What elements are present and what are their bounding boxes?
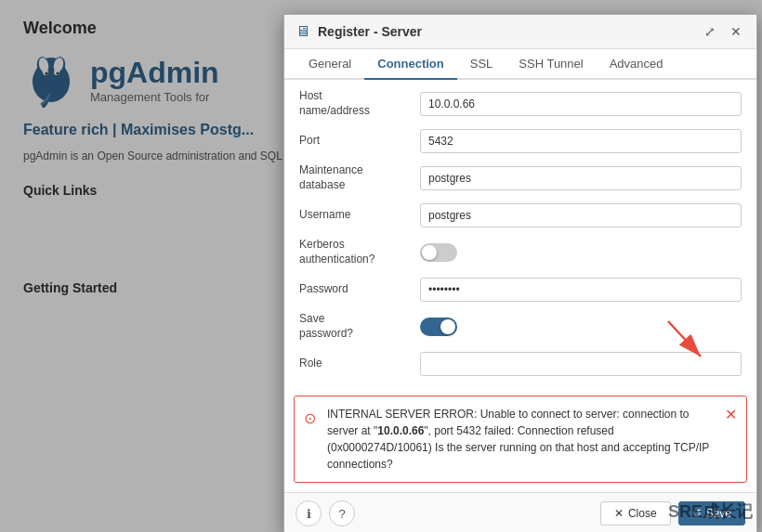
username-label: Username	[299, 208, 420, 223]
save-password-label: Savepassword?	[299, 312, 420, 341]
tab-advanced[interactable]: Advanced	[597, 49, 677, 80]
tab-ssh-tunnel[interactable]: SSH Tunnel	[506, 49, 596, 80]
username-input[interactable]	[420, 203, 742, 227]
host-input[interactable]	[420, 92, 742, 116]
svg-line-30	[668, 321, 701, 357]
arrow-annotation	[659, 312, 715, 370]
modal-controls: ⤢ ✕	[701, 22, 745, 41]
modal-title: Register - Server	[318, 24, 422, 39]
port-input[interactable]	[420, 129, 742, 153]
role-label: Role	[299, 357, 420, 371]
close-dialog-label: Close	[628, 507, 657, 520]
maximize-button[interactable]: ⤢	[701, 22, 719, 41]
tab-connection[interactable]: Connection	[364, 49, 457, 80]
password-label: Password	[299, 282, 420, 297]
save-password-toggle[interactable]	[420, 318, 457, 336]
register-server-dialog: 🖥 Register - Server ⤢ ✕ General Connecti…	[283, 14, 757, 532]
kerberos-label: Kerberosauthentication?	[299, 238, 420, 266]
arrow-svg	[659, 312, 715, 368]
port-label: Port	[299, 134, 420, 149]
error-close-button[interactable]: ✕	[725, 406, 737, 423]
info-button[interactable]: ℹ	[296, 500, 322, 526]
maintenance-db-row: Maintenancedatabase	[299, 163, 742, 193]
maintenance-db-input[interactable]	[420, 166, 742, 190]
error-text: INTERNAL SERVER ERROR: Unable to connect…	[327, 406, 714, 473]
error-banner: ⊙ INTERNAL SERVER ERROR: Unable to conne…	[294, 396, 747, 483]
username-row: Username	[299, 201, 742, 230]
password-row: Password	[299, 275, 742, 305]
modal-title-left: 🖥 Register - Server	[296, 23, 422, 40]
close-x-icon: ✕	[614, 507, 624, 520]
tab-ssl[interactable]: SSL	[457, 49, 506, 80]
port-field-row: Port	[299, 126, 742, 156]
server-icon: 🖥	[296, 23, 310, 40]
kerberos-toggle[interactable]	[420, 243, 457, 262]
help-button[interactable]: ?	[329, 500, 355, 526]
password-input[interactable]	[420, 278, 742, 302]
modal-close-button[interactable]: ✕	[727, 22, 745, 41]
save-password-knob	[440, 319, 455, 334]
close-dialog-button[interactable]: ✕ Close	[600, 501, 671, 526]
modal-titlebar: 🖥 Register - Server ⤢ ✕	[284, 15, 756, 49]
host-label: Hostname/address	[299, 89, 420, 118]
tab-general[interactable]: General	[296, 49, 364, 80]
host-field-row: Hostname/address	[299, 89, 742, 119]
kerberos-row: Kerberosauthentication?	[299, 238, 742, 267]
toggle-knob	[422, 245, 437, 260]
error-icon: ⊙	[304, 408, 316, 430]
footer-left: ℹ ?	[296, 500, 355, 526]
watermark: SRE成长记	[668, 500, 753, 523]
modal-tabs: General Connection SSL SSH Tunnel Advanc…	[284, 49, 756, 80]
maintenance-db-label: Maintenancedatabase	[299, 163, 420, 192]
